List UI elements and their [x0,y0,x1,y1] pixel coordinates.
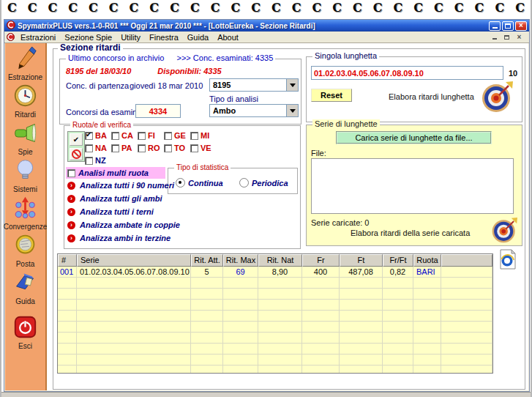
wheel-checkbox-ba[interactable] [85,132,93,140]
spiral-ring-icon: C [292,1,301,18]
child-window-icon[interactable] [7,31,15,44]
wheel-toggle-ca[interactable]: CA [111,131,138,140]
menu-item-finestra[interactable]: Finestra [145,33,183,42]
elaborate-series-button[interactable] [491,218,517,247]
column-header-4[interactable]: Rit. Max [223,254,258,267]
chevron-down-icon[interactable] [286,105,298,116]
menu-bar: EstrazioniSezione SpieUtilityFinestraGui… [4,31,529,43]
column-header-7[interactable]: Ft [340,254,383,267]
dartboard-icon [491,218,517,244]
column-header-9[interactable]: Ruota [413,254,441,267]
load-series-button[interactable]: Carica serie di lunghette da file... [336,131,492,144]
table-cell [413,344,441,355]
table-cell [77,355,191,366]
sidebar-item-convergenze[interactable]: Convergenze [4,196,47,231]
statistic-option-continua[interactable]: Continua [176,178,223,188]
wheel-toggle-mi[interactable]: MI [190,131,217,140]
wheel-toggle-pa[interactable]: PA [111,144,138,152]
column-header-5[interactable]: Rit. Nat [258,254,302,267]
wheel-checkbox-ro[interactable] [138,144,146,152]
select-all-wheels-button[interactable]: ✔ [70,133,83,146]
wheel-toggle-nz[interactable]: NZ [85,156,111,165]
spiral-ring-icon: C [251,1,261,18]
reset-button[interactable]: Reset [311,89,352,102]
chevron-down-icon[interactable] [286,79,298,91]
lunghetta-input[interactable] [311,66,503,80]
sidebar-item-esci[interactable]: Esci [13,315,37,350]
table-cell [223,300,258,311]
wheel-checkbox-to[interactable] [164,144,172,152]
menu-item-about[interactable]: About [213,33,243,42]
child-minimize-button[interactable] [490,33,499,41]
action-link-2[interactable]: ›Analizza tutti gli ambi [67,194,162,203]
statistic-group: Tipo di statistica ContinuaPeriodica [168,168,298,194]
menu-item-guida[interactable]: Guida [183,33,213,42]
table-cell: 8,90 [258,267,302,278]
child-close-button[interactable]: × [514,33,524,41]
multi-wheel-checkbox[interactable] [67,169,75,177]
wheel-label: CA [121,131,133,140]
wheel-checkbox-pa[interactable] [111,144,119,152]
column-header-6[interactable]: Fr [302,254,340,267]
wheel-toggle-to[interactable]: TO [164,144,190,152]
sidebar-item-sistemi[interactable]: Sistemi [13,158,37,193]
table-cell: 487,08 [340,267,383,278]
table-empty-row [58,322,492,333]
menu-item-utility[interactable]: Utility [116,33,145,42]
action-link-label: Analizza tutti i terni [80,207,154,216]
wheel-toggle-fi[interactable]: FI [138,131,164,140]
action-link-3[interactable]: ›Analizza tutti i terni [67,207,154,216]
elaborate-lunghetta-button[interactable] [481,81,513,116]
wheel-checkbox-ca[interactable] [111,132,119,140]
table-cell [258,322,302,333]
restore-button[interactable] [502,21,514,31]
wheel-checkbox-nz[interactable] [85,157,93,165]
wheel-checkbox-fi[interactable] [138,132,146,140]
examine-count-field[interactable] [135,104,181,118]
column-header-2[interactable]: Serie [77,254,191,267]
wheel-checkbox-mi[interactable] [190,132,198,140]
close-button[interactable]: × [515,21,527,31]
multi-wheel-label: Analisi multi ruota [78,168,149,177]
wheel-checkbox-ge[interactable] [164,132,172,140]
column-header-3[interactable]: Rit. Att. [191,254,223,267]
page: CCCCCCCCCCCCCCCCCCCCCCCCCC SpymatrixPLUS… [0,0,532,397]
wheel-toggle-ro[interactable]: RO [138,144,164,152]
wheel-toggle-ba[interactable]: BA [85,131,111,140]
table-cell [441,344,492,355]
table-cell [258,289,302,300]
sidebar-item-guida[interactable]: Guida [13,270,37,305]
series-file-list[interactable] [311,158,514,214]
action-link-1[interactable]: ›Analizza tutti i 90 numeri [67,181,174,190]
wheel-toggle-ve[interactable]: VE [190,144,217,152]
action-link-5[interactable]: ›Analizza ambi in terzine [67,234,171,242]
export-html-button[interactable] [498,248,517,273]
menu-item-estrazioni[interactable]: Estrazioni [16,33,60,42]
start-concourse-select[interactable]: 8195 [209,78,299,92]
column-header-1[interactable]: # [58,254,77,267]
multi-wheel-toggle[interactable]: Analisi multi ruota [66,167,165,179]
wheel-checkbox-ve[interactable] [190,144,198,152]
sidebar-item-ritardi[interactable]: Ritardi [13,84,37,119]
child-restore-button[interactable] [502,33,512,41]
radio-button[interactable] [176,178,185,188]
single-lunghetta-group: Singola lunghetta 10 Reset Elabora ritar… [306,56,522,122]
menu-item-sezione-spie[interactable]: Sezione Spie [60,33,116,42]
radio-button[interactable] [239,178,249,188]
minimize-button[interactable] [489,21,501,31]
wheel-checkbox-na[interactable] [85,144,93,152]
column-header-8[interactable]: Fr/Ft [383,254,413,267]
deselect-all-wheels-button[interactable] [70,148,83,160]
wheel-toggle-ge[interactable]: GE [164,131,190,140]
action-link-4[interactable]: ›Analizza ambate in coppie [67,220,180,229]
wheel-toggle-na[interactable]: NA [85,144,111,152]
series-group: Serie di lunghette Carica serie di lungh… [306,125,522,246]
sidebar-item-posta[interactable]: Posta [13,233,37,268]
analysis-type-select[interactable]: Ambo [209,104,299,117]
sidebar-item-spie[interactable]: Spie [13,121,37,156]
sidebar-item-estrazione[interactable]: Estrazione [8,46,42,81]
spiral-ring-icon: C [89,1,98,18]
statistic-option-periodica[interactable]: Periodica [239,178,288,188]
table-row[interactable]: 00101.02.03.04.05.06.07.08.09.105698,904… [58,267,492,278]
convergence-icon [13,196,37,223]
